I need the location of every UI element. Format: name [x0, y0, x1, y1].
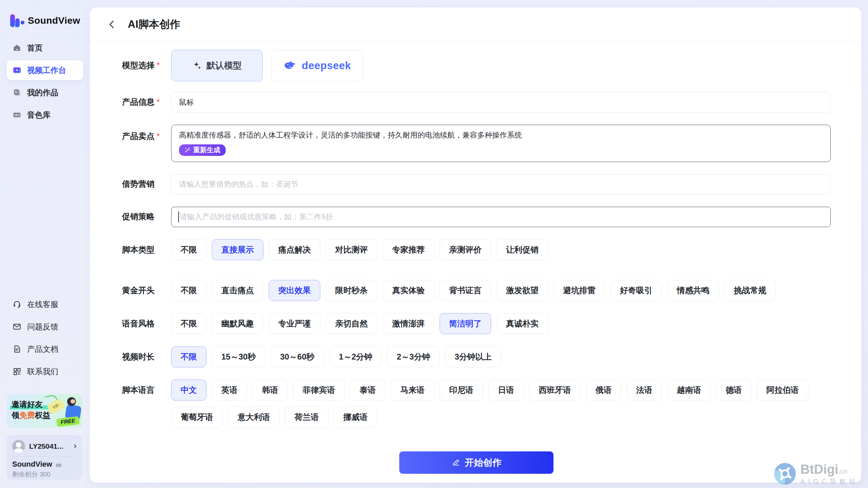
chip-option[interactable]: 不限	[171, 280, 206, 301]
chip-option-selected[interactable]: 突出效果	[269, 280, 320, 301]
chip-option[interactable]: 西班牙语	[529, 380, 581, 401]
banner-line2: 领免费权益	[12, 410, 51, 421]
sidebar-item-feedback[interactable]: 问题反馈	[7, 317, 83, 337]
chip-option[interactable]: 对比测评	[326, 239, 377, 260]
chip-option[interactable]: 限时秒杀	[326, 280, 377, 301]
chip-option[interactable]: 真实体验	[383, 280, 434, 301]
selling-points-textarea[interactable]: 高精准度传感器，舒适的人体工程学设计，灵活的多功能按键，持久耐用的电池续航，兼容…	[171, 125, 831, 162]
chip-option[interactable]: 德语	[716, 380, 751, 401]
sidebar-item-product-docs[interactable]: 产品文档	[7, 339, 83, 359]
model-option-deepseek[interactable]: deepseek	[271, 50, 363, 81]
sidebar-item-contact-us[interactable]: 联系我们	[7, 361, 83, 382]
product-info-input[interactable]	[171, 92, 831, 113]
sidebar-item-home[interactable]: 首页	[7, 38, 83, 58]
chip-option[interactable]: 越南语	[667, 380, 711, 401]
qrcode-icon	[12, 367, 22, 376]
chip-option[interactable]: 背书证言	[440, 280, 491, 301]
chip-option[interactable]: 真诚朴实	[497, 313, 548, 334]
chip-option[interactable]: 挪威语	[334, 407, 377, 428]
chip-option[interactable]: 专家推荐	[383, 239, 434, 260]
avatar	[12, 440, 25, 453]
person-face	[70, 399, 75, 404]
chip-option[interactable]: 2～3分钟	[387, 346, 440, 367]
chip-option[interactable]: 日语	[488, 380, 524, 401]
chip-option[interactable]: 意大利语	[228, 407, 280, 428]
chip-option[interactable]: 激情澎湃	[383, 313, 434, 334]
remaining-points: 剩余积分 300	[12, 470, 77, 479]
duration-options: 不限15～30秒30～60秒1～2分钟2～3分钟3分钟以上	[171, 346, 831, 367]
chip-option[interactable]: 亲测评价	[440, 239, 491, 260]
chip-option[interactable]: 俄语	[586, 380, 621, 401]
field-label: 促销策略	[122, 207, 171, 222]
invite-friends-banner[interactable]: 邀请好友 领免费权益 VIP FREE	[7, 394, 82, 428]
model-option-default[interactable]: 默认模型	[171, 50, 263, 81]
chip-option[interactable]: 荷兰语	[285, 407, 328, 428]
chip-option[interactable]: 挑战常规	[724, 280, 776, 301]
page-header: AI脚本创作	[90, 7, 861, 41]
voice-style-row: 语音风格 不限幽默风趣专业严谨亲切自然激情澎湃简洁明了真诚朴实	[122, 313, 831, 334]
chip-option[interactable]: 让利促销	[497, 239, 548, 260]
sidebar: SoundView 首页 视频工作台	[0, 0, 90, 488]
field-label: 视频时长	[122, 346, 171, 362]
chip-option-selected[interactable]: 直接展示	[212, 239, 263, 260]
chip-option[interactable]: 30～60秒	[270, 346, 324, 367]
chip-option[interactable]: 亲切自然	[326, 313, 377, 334]
chip-option-selected[interactable]: 不限	[171, 346, 206, 367]
soundview-logo-icon	[10, 14, 24, 28]
promotion-row: 促销策略 请输入产品的促销或优惠策略，如：第二件5折	[122, 207, 831, 227]
voice-library-icon	[12, 110, 22, 120]
sidebar-item-label: 音色库	[27, 110, 51, 120]
promotion-input[interactable]: 请输入产品的促销或优惠策略，如：第二件5折	[171, 207, 831, 227]
chip-option[interactable]: 15～30秒	[212, 346, 265, 367]
chip-option-selected[interactable]: 简洁明了	[440, 313, 491, 334]
chip-option[interactable]: 马来语	[391, 380, 434, 401]
headset-icon	[12, 300, 22, 309]
field-label: 语音风格	[122, 313, 171, 329]
sidebar-item-voice-library[interactable]: 音色库	[7, 105, 83, 125]
secondary-nav: 在线客服 问题反馈 产品文档 联系我们	[7, 294, 83, 382]
chip-option[interactable]: 印尼语	[440, 380, 483, 401]
chip-option[interactable]: 情感共鸣	[667, 280, 719, 301]
chip-option[interactable]: 阿拉伯语	[757, 380, 808, 401]
membership-brand: SoundView	[12, 460, 52, 469]
sidebar-item-label: 视频工作台	[27, 65, 66, 76]
language-row: 脚本语言 中文英语韩语菲律宾语泰语马来语印尼语日语西班牙语俄语法语越南语德语阿拉…	[122, 380, 831, 428]
back-button[interactable]	[106, 19, 118, 30]
chip-option[interactable]: 菲律宾语	[293, 380, 345, 401]
chip-option[interactable]: 1～2分钟	[329, 346, 382, 367]
duration-row: 视频时长 不限15～30秒30～60秒1～2分钟2～3分钟3分钟以上	[122, 346, 831, 367]
chip-option-selected[interactable]: 中文	[171, 380, 206, 401]
sidebar-item-online-support[interactable]: 在线客服	[7, 294, 83, 314]
divider	[12, 456, 77, 456]
chip-option[interactable]: 幽默风趣	[212, 313, 263, 334]
chip-option[interactable]: 痛点解决	[269, 239, 320, 260]
video-icon	[12, 65, 22, 75]
chip-option[interactable]: 葡萄牙语	[171, 407, 223, 428]
sidebar-item-label: 我的作品	[27, 87, 58, 98]
user-name: LY25041...	[29, 442, 69, 450]
chip-option[interactable]: 不限	[171, 313, 206, 334]
main-panel: AI脚本创作 模型选择* 默认模型	[90, 7, 861, 483]
chip-option[interactable]: 泰语	[350, 380, 385, 401]
chip-option[interactable]: 韩语	[253, 380, 288, 401]
trend-input[interactable]	[171, 174, 831, 195]
chip-option[interactable]: 英语	[212, 380, 247, 401]
chip-option[interactable]: 专业严谨	[269, 313, 320, 334]
chip-option[interactable]: 好奇吸引	[610, 280, 662, 301]
sidebar-item-my-works[interactable]: 我的作品	[7, 83, 83, 102]
sidebar-item-video-workbench[interactable]: 视频工作台	[7, 60, 83, 80]
chip-option[interactable]: 法语	[627, 380, 662, 401]
product-info-row: 产品信息*	[122, 92, 831, 113]
field-label: 借势营销	[122, 174, 171, 189]
start-creation-button[interactable]: 开始创作	[399, 451, 553, 474]
chip-option[interactable]: 不限	[171, 239, 206, 260]
regenerate-button[interactable]: 重新生成	[179, 144, 226, 156]
voice-style-options: 不限幽默风趣专业严谨亲切自然激情澎湃简洁明了真诚朴实	[171, 313, 831, 334]
chip-option[interactable]: 3分钟以上	[445, 346, 501, 367]
chip-option[interactable]: 直击痛点	[212, 280, 263, 301]
selling-points-row: 产品卖点* 高精准度传感器，舒适的人体工程学设计，灵活的多功能按键，持久耐用的电…	[122, 125, 831, 162]
user-account-row[interactable]: LY25041... ›	[12, 440, 77, 453]
model-option-label: 默认模型	[206, 60, 242, 72]
chip-option[interactable]: 避坑排雷	[553, 280, 605, 301]
chip-option[interactable]: 激发欲望	[497, 280, 548, 301]
